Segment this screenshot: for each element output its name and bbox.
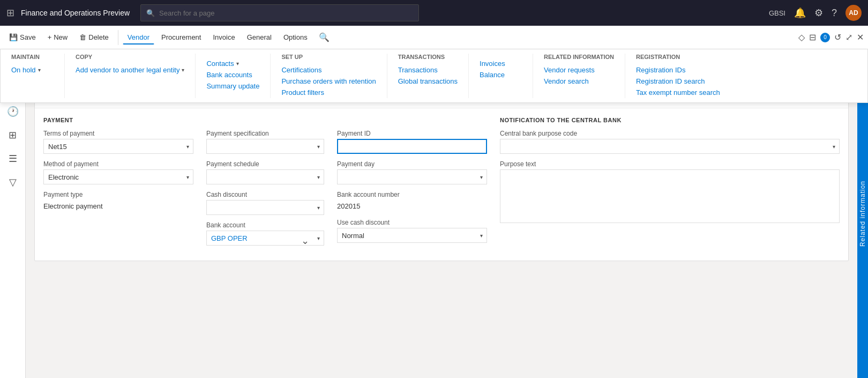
top-bar: ⊞ Finance and Operations Preview 🔍 GBSI … [0,0,868,26]
method-of-payment-wrapper: Electronic ▾ [43,169,193,184]
app-title: Finance and Operations Preview [21,9,130,17]
vendor-requests-item[interactable]: Vendor requests [544,64,614,76]
payment-id-input[interactable] [337,139,487,154]
bank-account-number-value: 202015 [337,200,487,212]
purpose-text-input[interactable] [500,169,840,223]
workspace-icon[interactable]: ⊞ [2,124,24,146]
method-of-payment-label: Method of payment [43,160,193,168]
refresh-icon[interactable]: ↺ [834,32,841,42]
use-cash-discount-select[interactable]: Normal [337,228,487,243]
form-content: Payment Net15 | Electronic | -- | -- | -… [26,81,857,378]
bank-account-label: Bank account [206,221,324,229]
chevron-down-icon-2: ▾ [182,67,184,73]
general-tab[interactable]: General [242,31,276,44]
bell-icon[interactable]: 🔔 [794,7,806,19]
certifications-item[interactable]: Certifications [281,64,376,76]
group-title-registration: Registration [636,54,720,61]
add-vendor-item[interactable]: Add vendor to another legal entity ▾ [76,64,184,76]
ribbon-separator-1 [118,30,118,45]
bank-account-select[interactable]: GBP OPER [206,231,324,246]
ribbon-right-icons: ◇ ⊟ 0 ↺ ⤢ ✕ [798,32,864,42]
summary-update-item[interactable]: Summary update [206,80,259,92]
close-icon[interactable]: ✕ [857,32,864,42]
columns-icon[interactable]: ⊟ [809,32,816,42]
central-bank-purpose-select[interactable] [500,139,840,154]
delete-button[interactable]: 🗑 Delete [74,31,114,44]
payment-type-label: Payment type [43,191,193,198]
terms-of-payment-select[interactable]: Net15 [43,139,193,154]
vendor-tab[interactable]: Vendor [123,31,154,45]
bank-account-number-label: Bank account number [337,191,487,198]
save-icon: 💾 [9,33,18,41]
payment-specification-select[interactable] [206,139,324,154]
purpose-text-label: Purpose text [500,160,840,168]
ribbon-dropdown: Maintain On hold ▾ Copy Add vendor to an… [0,49,868,103]
bank-account-wrapper: GBP OPER ▾ ⌄ [206,231,324,246]
product-filters-item[interactable]: Product filters [281,87,376,98]
invoices-item[interactable]: Invoices [480,58,522,69]
search-input[interactable] [159,9,413,17]
ribbon: 💾 Save + New 🗑 Delete Vendor Procurement… [0,26,868,49]
options-tab[interactable]: Options [279,31,312,44]
payment-specification-group: Payment specification ▾ [206,130,324,154]
payment-day-wrapper: ▾ [337,169,487,184]
use-cash-discount-group: Use cash discount Normal ▾ [337,219,487,243]
filter-left-icon[interactable]: ▽ [2,172,24,193]
chevron-contacts-icon: ▾ [236,61,239,66]
popout-icon[interactable]: ⤢ [845,32,852,42]
cash-discount-label: Cash discount [206,191,324,198]
payment-schedule-select[interactable] [206,169,324,184]
bank-accounts-item[interactable]: Bank accounts [206,69,259,80]
payment-type-group: Payment type Electronic payment [43,191,193,212]
on-hold-item[interactable]: On hold ▾ [11,64,54,76]
payment-schedule-wrapper: ▾ [206,169,324,184]
user-avatar[interactable]: AD [845,5,862,21]
tax-exempt-search-item[interactable]: Tax exempt number search [636,87,720,98]
help-icon[interactable]: ? [832,8,837,19]
recent-icon[interactable]: 🕐 [2,101,24,122]
grid-icon[interactable]: ⊞ [6,7,14,19]
save-button[interactable]: 💾 Save [4,31,41,44]
group-title-contacts [206,54,259,55]
ribbon-search-icon[interactable]: 🔍 [319,32,330,42]
procurement-tab[interactable]: Procurement [156,31,206,44]
ribbon-group-transactions: Transactions Transactions Global transac… [387,54,469,98]
payment-columns: PAYMENT Terms of payment Net15 ▾ [43,117,840,252]
method-of-payment-select[interactable]: Electronic [43,169,193,184]
payment-schedule-label: Payment schedule [206,160,324,168]
invoice-tab[interactable]: Invoice [208,31,240,44]
global-transactions-item[interactable]: Global transactions [398,76,458,87]
payment-specification-wrapper: ▾ [206,139,324,154]
payment-day-label: Payment day [337,160,487,168]
contacts-item[interactable]: Contacts ▾ [206,58,259,69]
settings-icon[interactable]: ⚙ [814,7,823,19]
payment-day-select[interactable] [337,169,487,184]
group-title-invoices [480,54,522,55]
bank-account-group: Bank account GBP OPER ▾ ⌄ [206,221,324,246]
group-title-related: Related information [544,54,614,61]
diamond-icon[interactable]: ◇ [798,32,805,42]
new-button[interactable]: + New [43,31,73,44]
new-icon: + [48,33,52,41]
payment-schedule-group: Payment schedule ▾ [206,160,324,184]
terms-of-payment-wrapper: Net15 ▾ [43,139,193,154]
registration-id-search-item[interactable]: Registration ID search [636,76,720,87]
payment-type-value: Electronic payment [43,200,193,212]
top-bar-right: GBSI 🔔 ⚙ ? AD [769,5,862,21]
central-bank-purpose-label: Central bank purpose code [500,130,840,137]
payment-section-label: PAYMENT [43,117,193,123]
payment-col-4: NOTIFICATION TO THE CENTRAL BANK Central… [500,117,840,252]
vendor-search-item[interactable]: Vendor search [544,76,614,87]
registration-ids-item[interactable]: Registration IDs [636,64,720,76]
cash-discount-select[interactable] [206,200,324,215]
search-bar[interactable]: 🔍 [140,4,419,21]
search-icon: 🔍 [146,9,155,17]
purchase-orders-item[interactable]: Purchase orders with retention [281,76,376,87]
balance-item[interactable]: Balance [480,69,522,80]
transactions-item[interactable]: Transactions [398,64,458,76]
notification-section-label: NOTIFICATION TO THE CENTRAL BANK [500,117,840,123]
ribbon-group-invoices: Invoices Balance [469,54,533,98]
list-icon[interactable]: ☰ [2,148,24,169]
cash-discount-group: Cash discount ▾ [206,191,324,215]
ribbon-group-related: Related information Vendor requests Vend… [533,54,625,98]
